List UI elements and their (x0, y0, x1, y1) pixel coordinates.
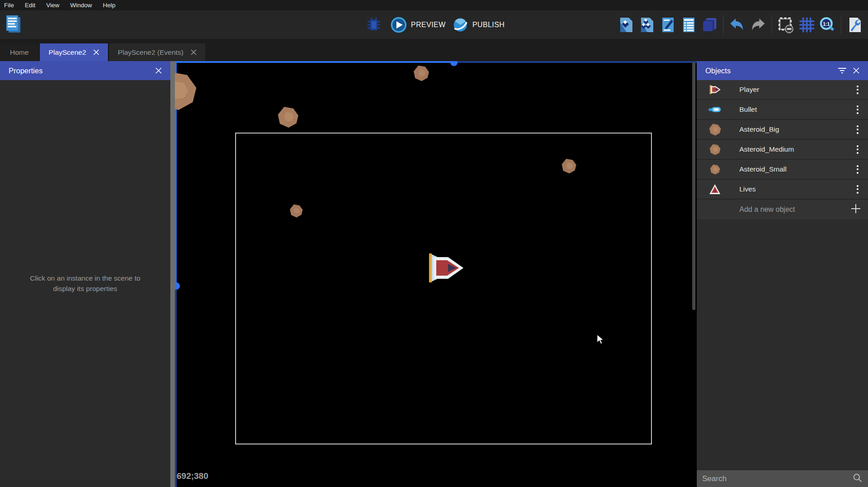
asteroid-icon (708, 164, 722, 175)
player-ship-instance[interactable] (427, 251, 463, 285)
delete-selection-icon (777, 16, 794, 33)
asteroid-instance[interactable] (561, 158, 577, 174)
toolbar-separator (841, 15, 841, 34)
objects-panel-title: Objects (705, 67, 731, 75)
object-menu-icon[interactable] (851, 183, 864, 196)
selection-edge-top-far (455, 61, 697, 63)
objects-editor-button[interactable] (616, 14, 637, 35)
panel-resize-divider[interactable] (170, 61, 175, 487)
svg-text:1:1: 1:1 (823, 21, 829, 26)
properties-icon (659, 16, 676, 33)
tab-label: PlayScene2 (48, 48, 86, 57)
publish-globe-icon (452, 17, 468, 33)
game-window-frame (235, 133, 652, 444)
search-input[interactable] (702, 474, 853, 483)
object-name: Asteroid_Medium (739, 145, 851, 153)
menu-window[interactable]: Window (65, 0, 97, 10)
selection-resize-handle-left[interactable] (175, 282, 180, 290)
selection-edge-left-far (175, 286, 177, 487)
tab-playscene2[interactable]: PlayScene2 (40, 43, 108, 61)
grid-button[interactable] (796, 14, 817, 35)
redo-button[interactable] (747, 14, 768, 35)
properties-empty-message: Click on an instance in the scene to dis… (0, 273, 170, 294)
asteroid-instance[interactable] (277, 106, 299, 128)
properties-panel-button[interactable] (657, 14, 678, 35)
object-menu-icon[interactable] (851, 124, 864, 136)
close-icon[interactable] (152, 66, 165, 76)
asteroid-icon (708, 124, 722, 136)
add-object-label: Add a new object (739, 205, 851, 214)
menu-edit[interactable]: Edit (19, 0, 41, 10)
layers-icon (701, 16, 718, 33)
menu-bar: File Edit View Window Help (0, 0, 868, 10)
object-row-bullet[interactable]: Bullet (697, 100, 868, 120)
filter-icon[interactable] (834, 65, 850, 76)
asteroid-big-instance[interactable] (175, 71, 198, 111)
menu-view[interactable]: View (41, 0, 65, 10)
object-menu-icon[interactable] (851, 104, 864, 116)
toolbar-separator (772, 15, 772, 34)
undo-button[interactable] (727, 14, 747, 35)
selection-resize-handle-top[interactable] (450, 61, 458, 66)
asteroid-instance[interactable] (413, 65, 429, 81)
instances-list-button[interactable] (678, 14, 699, 35)
publish-button[interactable]: PUBLISH (452, 17, 505, 33)
menu-help[interactable]: Help (97, 0, 121, 10)
menu-file[interactable]: File (0, 0, 19, 10)
plus-icon (851, 204, 861, 215)
life-ship-icon (708, 184, 722, 195)
properties-panel: Properties Click on an instance in the s… (0, 61, 170, 487)
settings-button[interactable] (844, 14, 865, 35)
object-row-player[interactable]: Player (697, 80, 868, 100)
object-row-asteroid-big[interactable]: Asteroid_Big (697, 120, 868, 140)
close-icon[interactable] (191, 49, 197, 55)
search-icon (853, 473, 863, 485)
object-name: Player (739, 86, 851, 94)
redo-icon (749, 16, 767, 33)
close-icon[interactable] (93, 49, 99, 55)
asteroid-icon (708, 144, 722, 155)
tab-label: Home (10, 48, 29, 57)
selection-edge-top (175, 61, 455, 63)
properties-panel-header: Properties (0, 61, 170, 80)
zoom-reset-button[interactable]: 1:1 (817, 14, 838, 35)
close-icon[interactable] (850, 66, 863, 76)
delete-selection-button[interactable] (775, 14, 796, 35)
publish-label: PUBLISH (473, 21, 505, 29)
zoom-1-1-icon: 1:1 (819, 16, 836, 33)
tab-home[interactable]: Home (0, 43, 39, 61)
object-menu-icon[interactable] (851, 163, 864, 176)
tab-label: PlayScene2 (Events) (118, 48, 183, 57)
grid-icon (798, 16, 815, 33)
preview-label: PREVIEW (411, 21, 446, 29)
preview-button[interactable]: PREVIEW (391, 17, 446, 33)
canvas-vertical-scrollbar[interactable] (692, 62, 695, 310)
asteroid-instance[interactable] (289, 204, 303, 218)
bullet-icon (708, 106, 722, 113)
object-name: Lives (739, 185, 851, 193)
toolbar-separator (723, 15, 723, 34)
settings-wrench-icon (846, 16, 863, 33)
editor-tab-bar: Home PlayScene2 PlayScene2 (Events) (0, 39, 868, 61)
objects-search-bar (697, 470, 868, 487)
object-row-asteroid-medium[interactable]: Asteroid_Medium (697, 140, 868, 160)
layers-editor-button[interactable] (699, 14, 720, 35)
object-menu-icon[interactable] (851, 143, 864, 156)
objects-panel-header: Objects (697, 61, 868, 80)
object-row-lives[interactable]: Lives (697, 180, 868, 200)
debugger-button[interactable] (363, 14, 384, 35)
object-name: Bullet (739, 105, 851, 114)
project-manager-button[interactable] (4, 14, 24, 35)
object-name: Asteroid_Big (739, 125, 851, 134)
object-row-asteroid-small[interactable]: Asteroid_Small (697, 160, 868, 180)
cursor-coordinates: 692;380 (177, 471, 208, 481)
scene-canvas[interactable]: 692;380 (175, 61, 697, 487)
instances-list-icon (680, 16, 697, 33)
object-groups-button[interactable] (637, 14, 657, 35)
objects-editor-icon (617, 16, 635, 33)
tab-playscene2-events[interactable]: PlayScene2 (Events) (109, 43, 205, 61)
objects-panel: Objects Player (697, 61, 868, 487)
main-toolbar: PREVIEW PUBLISH (0, 10, 868, 39)
add-object-button[interactable]: Add a new object (697, 200, 868, 220)
object-menu-icon[interactable] (851, 84, 864, 96)
